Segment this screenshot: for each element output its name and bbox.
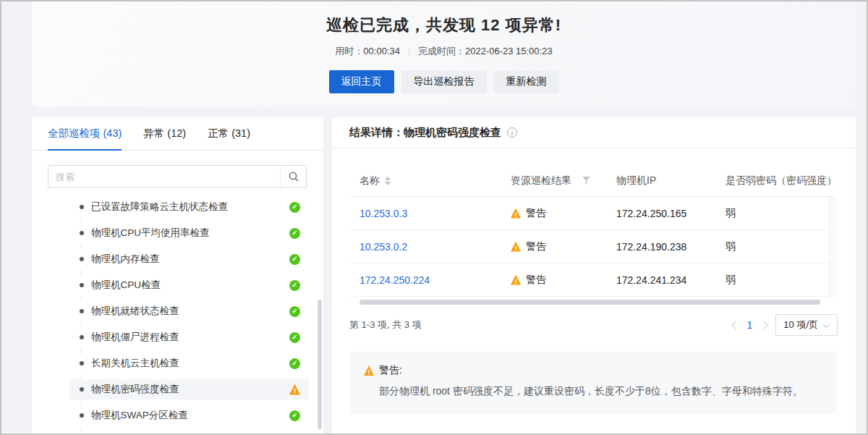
status-ok-icon — [289, 332, 300, 343]
result-value: 警告 — [526, 274, 546, 287]
resource-link[interactable]: 10.253.0.3 — [359, 208, 407, 219]
result-value: 警告 — [526, 240, 546, 253]
inspection-item-label: 物理机CPU平均使用率检查 — [91, 227, 289, 240]
page-title: 巡检已完成，共发现 12 项异常! — [32, 14, 856, 36]
bullet-icon — [80, 413, 84, 418]
table-header-row: 名称 资源巡检结果 物理机IP 是否弱密码（密码强度） — [349, 165, 837, 197]
warning-triangle-icon — [511, 275, 521, 285]
inspection-item[interactable]: 物理机CPU检查 — [69, 275, 309, 295]
search-icon[interactable] — [280, 166, 306, 187]
filter-icon[interactable] — [582, 177, 590, 185]
status-ok-icon — [289, 202, 300, 213]
warning-triangle-icon — [511, 242, 521, 252]
page-size-value: 10 项/页 — [783, 318, 818, 331]
bullet-icon — [80, 283, 84, 287]
warning-message: 部分物理机 root 密码强度不足，建议重设密码，长度不少于8位，包含数字、字母… — [379, 385, 822, 398]
result-table: 名称 资源巡检结果 物理机IP 是否弱密码（密码强度） 10.253.0.3 警… — [349, 165, 837, 297]
meta-divider — [409, 47, 409, 56]
result-value: 警告 — [526, 207, 546, 220]
bullet-icon — [80, 361, 84, 366]
table-row: 172.24.250.224 警告 172.24.241.234 弱 — [349, 263, 837, 297]
resource-link[interactable]: 10.253.0.2 — [359, 241, 407, 253]
inspection-item[interactable]: 物理机就绪状态检查 — [69, 301, 309, 321]
inspection-item-label: 物理机就绪状态检查 — [91, 305, 289, 318]
table-horizontal-scrollbar[interactable] — [359, 300, 820, 305]
finish-time-value: 2022-06-23 15:00:23 — [465, 46, 553, 56]
detail-title: 结果详情：物理机密码强度检查 — [349, 126, 501, 140]
status-ok-icon — [289, 410, 300, 421]
prev-page-icon[interactable] — [731, 321, 739, 329]
page-size-select[interactable]: 10 项/页 — [775, 314, 838, 336]
table-row: 10.253.0.2 警告 172.24.190.238 弱 — [349, 230, 837, 263]
next-page-icon[interactable] — [760, 321, 768, 329]
column-header-ip: 物理机IP — [616, 174, 726, 187]
duration-label: 用时： — [335, 46, 363, 56]
sidebar-scrollbar[interactable] — [318, 300, 322, 429]
pagination-summary: 第 1-3 项, 共 3 项 — [349, 318, 422, 331]
column-header-name: 名称 — [349, 174, 511, 187]
bullet-icon — [80, 205, 84, 209]
warning-title: 警告: — [379, 364, 402, 377]
ip-value: 172.24.250.165 — [616, 208, 726, 219]
status-warning-icon — [289, 384, 300, 395]
status-ok-icon — [289, 254, 300, 265]
inspection-item[interactable]: 物理机CPU平均使用率检查 — [69, 223, 309, 243]
pagination: 第 1-3 项, 共 3 项 1 10 项/页 — [349, 313, 838, 337]
table-vertical-scrollbar[interactable] — [829, 198, 837, 297]
ip-value: 172.24.241.234 — [616, 274, 726, 286]
table-row: 10.253.0.3 警告 172.24.250.165 弱 — [349, 197, 837, 230]
inspection-item-selected[interactable]: 物理机密码强度检查 — [69, 379, 309, 400]
weak-password-value: 弱 — [726, 240, 837, 253]
inspection-item-label: 物理机内存检查 — [91, 253, 289, 266]
search-box — [48, 165, 307, 188]
warning-triangle-icon — [511, 208, 521, 219]
bullet-icon — [80, 387, 84, 392]
bullet-icon — [80, 257, 84, 261]
tab-normal[interactable]: 正常 (31) — [208, 117, 250, 150]
status-ok-icon — [289, 306, 300, 317]
status-ok-icon — [289, 280, 300, 291]
inspection-list-panel: 全部巡检项 (43) 异常 (12) 正常 (31) 已设置故障策略云主机状态检… — [32, 117, 323, 434]
warning-message-box: 警告: 部分物理机 root 密码强度不足，建议重设密码，长度不少于8位，包含数… — [349, 352, 837, 414]
inspection-items-list: 已设置故障策略云主机状态检查 物理机CPU平均使用率检查 物理机内存检查 物理机… — [32, 193, 323, 434]
recheck-button[interactable]: 重新检测 — [494, 70, 559, 93]
export-report-button[interactable]: 导出巡检报告 — [401, 70, 487, 93]
summary-actions: 返回主页 导出巡检报告 重新检测 — [32, 70, 856, 93]
weak-password-value: 弱 — [726, 274, 837, 287]
inspection-item-label: 已设置故障策略云主机状态检查 — [91, 200, 289, 214]
finish-time-label: 完成时间： — [418, 46, 465, 56]
sort-icon[interactable] — [385, 177, 391, 185]
chevron-down-icon — [822, 321, 830, 328]
tab-all-items[interactable]: 全部巡检项 (43) — [48, 117, 122, 150]
search-input[interactable] — [48, 166, 280, 187]
inspection-item[interactable]: 物理机内存检查 — [69, 249, 309, 269]
resource-link[interactable]: 172.24.250.224 — [359, 274, 430, 286]
back-home-button[interactable]: 返回主页 — [329, 70, 394, 93]
ip-value: 172.24.190.238 — [616, 241, 726, 253]
status-ok-icon — [289, 228, 300, 239]
info-icon[interactable]: i — [507, 127, 517, 138]
inspection-item[interactable]: 已设置故障策略云主机状态检查 — [69, 197, 309, 217]
bullet-icon — [80, 231, 84, 235]
inspection-item-label: 长期关机云主机检查 — [91, 357, 289, 370]
bullet-icon — [80, 309, 84, 313]
inspection-item-label: 物理机密码强度检查 — [91, 383, 289, 396]
warning-triangle-icon — [364, 366, 374, 376]
tab-bar: 全部巡检项 (43) 异常 (12) 正常 (31) — [32, 117, 323, 151]
page-number[interactable]: 1 — [747, 319, 753, 331]
status-ok-icon — [289, 358, 300, 369]
weak-password-value: 弱 — [726, 207, 837, 220]
inspection-item-label: 物理机CPU检查 — [91, 279, 289, 292]
column-header-weak-password: 是否弱密码（密码强度） — [726, 174, 837, 187]
column-header-result: 资源巡检结果 — [511, 174, 616, 187]
duration-value: 00:00:34 — [363, 46, 400, 56]
summary-meta: 用时：00:00:34完成时间：2022-06-23 15:00:23 — [32, 45, 856, 58]
inspection-item[interactable]: 物理机SWAP分区检查 — [69, 405, 309, 426]
summary-card: 巡检已完成，共发现 12 项异常! 用时：00:00:34完成时间：2022-0… — [32, 1, 856, 107]
result-detail-panel: 结果详情：物理机密码强度检查 i 名称 资源巡检结果 物理机IP 是否弱密码（密… — [332, 117, 856, 434]
tab-abnormal[interactable]: 异常 (12) — [143, 117, 186, 150]
inspection-item[interactable]: 长期关机云主机检查 — [69, 353, 309, 373]
inspection-item-label: 物理机僵尸进程检查 — [91, 331, 289, 344]
detail-header: 结果详情：物理机密码强度检查 i — [332, 117, 856, 148]
inspection-item[interactable]: 物理机僵尸进程检查 — [69, 327, 309, 347]
